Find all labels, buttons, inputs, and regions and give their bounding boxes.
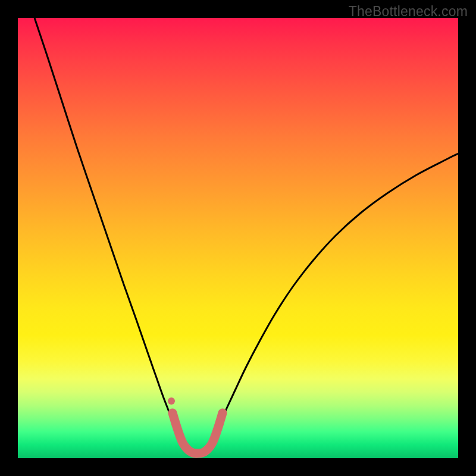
curve-right-arm bbox=[213, 154, 458, 438]
accent-marker-dot bbox=[168, 397, 175, 405]
accent-tube-right bbox=[196, 413, 223, 453]
chart-gradient-area bbox=[18, 18, 458, 458]
curve-left-arm bbox=[35, 18, 178, 438]
watermark-text: TheBottleneck.com bbox=[349, 4, 468, 20]
accent-tube-left bbox=[173, 413, 196, 453]
chart-svg bbox=[18, 18, 458, 458]
